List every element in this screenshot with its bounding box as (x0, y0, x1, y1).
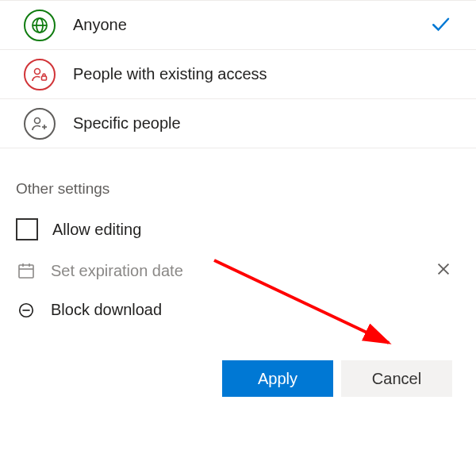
calendar-icon (16, 261, 36, 280)
option-anyone-label: Anyone (73, 16, 127, 34)
block-download-label: Block download (51, 301, 162, 319)
allow-editing-label: Allow editing (52, 221, 141, 239)
svg-point-5 (35, 117, 40, 123)
option-existing-label: People with existing access (73, 65, 267, 83)
clear-expiration-button[interactable] (427, 260, 460, 282)
toggle-knob (440, 313, 457, 331)
people-add-icon (24, 108, 56, 140)
option-anyone[interactable]: Anyone (0, 1, 476, 50)
other-settings-heading: Other settings (0, 148, 476, 209)
people-lock-icon (24, 59, 56, 90)
expiration-row[interactable]: Set expiration date (0, 250, 476, 291)
block-download-row: Block download (0, 291, 476, 329)
svg-point-3 (35, 68, 40, 74)
block-icon (16, 302, 36, 319)
expiration-label: Set expiration date (51, 262, 183, 280)
svg-rect-8 (19, 265, 33, 278)
button-bar: Apply Cancel (0, 329, 476, 413)
allow-editing-checkbox[interactable] (16, 218, 38, 240)
option-existing-access[interactable]: People with existing access (0, 50, 476, 99)
allow-editing-row[interactable]: Allow editing (0, 209, 476, 250)
apply-button[interactable]: Apply (222, 360, 333, 397)
cancel-button[interactable]: Cancel (341, 360, 452, 397)
svg-rect-4 (42, 76, 47, 80)
globe-icon (24, 10, 56, 41)
checkmark-icon (428, 12, 452, 39)
option-specific-label: Specific people (73, 114, 181, 133)
share-scope-list: Anyone People with existing access (0, 0, 476, 148)
option-specific-people[interactable]: Specific people (0, 99, 476, 148)
